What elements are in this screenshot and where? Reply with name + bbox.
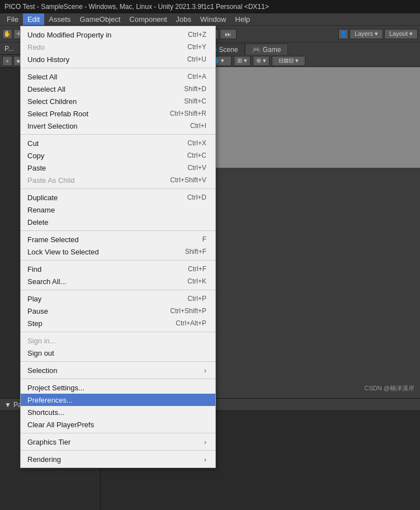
menu-item-sign-out[interactable]: Sign out [21,347,215,359]
menu-item-cut[interactable]: CutCtrl+X [21,137,215,149]
menu-item-shortcut: Ctrl+X [187,139,206,147]
add-btn[interactable]: + [2,56,12,66]
submenu-arrow-icon: › [204,366,206,375]
menu-item-project-settings---[interactable]: Project Settings... [21,381,215,394]
menu-separator-21 [21,260,215,261]
step-button[interactable]: ⏭ [220,29,237,39]
edit-dropdown-menu: Undo Modified Property inCtrl+ZRedoCtrl+… [20,26,216,468]
menu-item-undo-history[interactable]: Undo HistoryCtrl+U [21,53,215,65]
menu-item-shortcut: Shift+D [184,85,206,93]
menu-item-find[interactable]: FindCtrl+F [21,263,215,275]
menu-item-delete[interactable]: Delete [21,216,215,228]
menu-item-shortcut: Shift+C [184,97,206,105]
menu-separator-33 [21,379,215,379]
menu-item-shortcut: Ctrl+Shift+V [170,176,206,184]
menu-item-shortcut: Ctrl+Z [188,31,206,39]
menu-item-label: Select Children [27,97,173,106]
menu-separator-9 [21,134,215,135]
menu-jobs[interactable]: Jobs [172,13,196,25]
menu-separator-31 [21,361,215,362]
menu-item-label: Find [27,265,177,273]
menu-separator-40 [21,450,215,451]
menu-item-label: Pause [27,307,159,315]
menu-item-preferences---[interactable]: Preferences... [21,394,215,406]
menu-item-shortcut: Ctrl+P [187,295,206,303]
menu-item-select-prefab-root[interactable]: Select Prefab RootCtrl+Shift+R [21,107,215,120]
menu-file[interactable]: File [2,13,23,25]
menu-item-label: Play [27,295,176,303]
toolbar-hand-btn[interactable]: ✋ [2,29,12,39]
menu-item-label: Undo Modified Property in [27,31,177,39]
menu-item-selection[interactable]: Selection› [21,364,215,376]
menu-window[interactable]: Window [196,13,230,25]
menu-item-copy[interactable]: CopyCtrl+C [21,149,215,162]
menu-item-search-all---[interactable]: Search All...Ctrl+K [21,275,215,287]
menu-item-label: Deselect All [27,85,173,93]
resolution-dropdown[interactable]: ⊞ ▾ [234,56,251,66]
left-panel-title: P... [4,45,13,53]
menu-item-label: Select All [27,73,176,81]
menu-component[interactable]: Component [125,13,171,25]
menu-separator-28 [21,332,215,332]
menu-item-rename[interactable]: Rename [21,204,215,216]
menu-item-shortcuts---[interactable]: Shortcuts... [21,406,215,418]
menu-separator-18 [21,230,215,231]
menu-edit[interactable]: Edit [23,13,44,25]
menu-item-invert-selection[interactable]: Invert SelectionCtrl+I [21,120,215,132]
menu-item-frame-selected[interactable]: Frame SelectedF [21,233,215,245]
menu-item-duplicate[interactable]: DuplicateCtrl+D [21,191,215,204]
menu-item-shortcut: Ctrl+V [187,164,206,172]
menu-item-graphics-tier[interactable]: Graphics Tier› [21,436,215,448]
watermark: CSDN @楠泽溪岸 [365,384,414,393]
menu-item-shortcut: Ctrl+A [187,73,206,81]
layers-dropdown[interactable]: Layers ▾ [350,29,383,39]
menu-item-label: Lock View to Selected [27,248,174,256]
menu-item-shortcut: Ctrl+I [190,122,206,130]
menu-item-label: Project Settings... [27,384,206,392]
menu-item-undo-modified-property-in[interactable]: Undo Modified Property inCtrl+Z [21,29,215,41]
menu-item-label: Step [27,319,164,328]
menu-item-select-children[interactable]: Select ChildrenShift+C [21,95,215,107]
menu-item-label: Sign out [27,349,206,357]
menu-assets[interactable]: Assets [44,13,75,25]
menu-item-label: Preferences... [27,396,206,404]
menu-item-deselect-all[interactable]: Deselect AllShift+D [21,83,215,95]
menu-item-label: Graphics Tier [27,438,200,446]
maximize-dropdown[interactable]: ⊟⊠⊟ ▾ [272,56,305,66]
title-bar-text: PICO Test - SampleScene - Windows, Mac, … [4,3,269,11]
menu-item-select-all[interactable]: Select AllCtrl+A [21,70,215,83]
menu-item-label: Cut [27,139,176,148]
menu-bar: File Edit Assets GameObject Component Jo… [0,13,420,26]
menu-separator-24 [21,290,215,290]
menu-item-label: Rendering [27,455,200,464]
scale-slider[interactable]: ⊕ ▾ [253,56,270,66]
menu-help[interactable]: Help [230,13,254,25]
game-tab[interactable]: 🎮 Game [245,44,288,55]
menu-item-play[interactable]: PlayCtrl+P [21,292,215,305]
menu-item-shortcut: F [202,235,206,243]
menu-item-shortcut: Ctrl+Shift+R [170,110,206,117]
menu-item-label: Search All... [27,277,176,286]
menu-item-shortcut: Ctrl+Alt+P [176,319,206,327]
menu-item-shortcut: Ctrl+F [188,265,206,273]
menu-item-sign-in---: Sign in... [21,334,215,347]
account-icon[interactable]: 👤 [338,29,348,39]
tabs-area: 🌐 Scene 🎮 Game [201,42,420,55]
title-bar: PICO Test - SampleScene - Windows, Mac, … [0,0,420,13]
menu-gameobject[interactable]: GameObject [75,13,125,25]
menu-item-rendering[interactable]: Rendering› [21,453,215,465]
menu-item-pause[interactable]: PauseCtrl+Shift+P [21,305,215,317]
menu-item-step[interactable]: StepCtrl+Alt+P [21,317,215,329]
menu-item-label: Undo History [27,55,176,64]
menu-item-label: Duplicate [27,193,176,202]
menu-item-lock-view-to-selected[interactable]: Lock View to SelectedShift+F [21,245,215,258]
menu-item-label: Copy [27,152,176,160]
menu-item-label: Paste [27,164,176,172]
menu-item-label: Frame Selected [27,235,191,244]
menu-item-redo: RedoCtrl+Y [21,41,215,53]
layout-dropdown[interactable]: Layout ▾ [384,29,418,39]
menu-item-label: Redo [27,43,176,51]
menu-item-paste[interactable]: PasteCtrl+V [21,162,215,174]
menu-item-shortcut: Shift+F [185,248,206,256]
menu-item-clear-all-playerprefs[interactable]: Clear All PlayerPrefs [21,418,215,431]
